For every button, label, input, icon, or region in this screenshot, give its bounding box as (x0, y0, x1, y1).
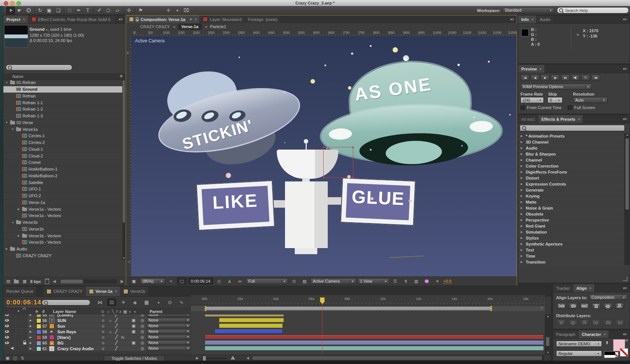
project-item[interactable]: Circles-1 (3, 133, 122, 139)
layer-duration-bar[interactable] (205, 346, 544, 351)
solo-toggle[interactable] (16, 324, 21, 328)
fx-switch[interactable]: fx (121, 334, 124, 340)
skip-dropdown[interactable]: 0▼ (548, 97, 562, 103)
selection-rectangle[interactable] (323, 147, 353, 178)
pixel-aspect-icon[interactable]: ☰ (391, 278, 400, 285)
align-top-button[interactable] (592, 303, 601, 309)
pen-tool-icon[interactable]: ✒ (74, 7, 83, 14)
effects-category[interactable]: ▶Matte (518, 199, 624, 205)
grid-options-icon[interactable]: ▣ (129, 277, 139, 285)
expander-icon[interactable]: ▶ (520, 141, 524, 144)
tab-paragraph[interactable]: Paragraph (553, 330, 579, 338)
resolution-dropdown[interactable]: Full▼ (246, 278, 288, 284)
lock-toggle[interactable] (22, 340, 27, 345)
marker-bin-icon[interactable]: ▽ (540, 306, 543, 310)
project-hscrollbar[interactable] (60, 279, 117, 284)
effects-category[interactable]: ▶Keying (518, 193, 624, 199)
layer-name[interactable]: BG (57, 340, 64, 346)
tab-align[interactable]: Align× (573, 284, 595, 292)
close-icon[interactable]: × (531, 18, 533, 21)
layer-name[interactable]: [Comet] (57, 315, 73, 318)
layer-expander-icon[interactable]: ▶ (30, 323, 32, 329)
layer-expander-icon[interactable]: ▶ (30, 334, 32, 340)
expander-icon[interactable]: ▶ (520, 261, 524, 264)
project-item[interactable]: Verse1a - Vectors (3, 213, 122, 219)
timeline-hscrollbar[interactable] (252, 356, 544, 360)
threed-switch[interactable]: ▣ (132, 318, 135, 323)
collapse-switch[interactable]: ☼ (108, 318, 112, 323)
workspace-move-icon[interactable]: ✛ (164, 7, 173, 14)
layer-duration-bar[interactable] (219, 324, 283, 328)
expander-icon[interactable]: ▶ (520, 147, 524, 150)
layer-row[interactable]: ▶55[Comet]⊙╱◎None▼ (3, 315, 193, 318)
project-item[interactable]: ▼Verse1a (3, 126, 122, 133)
align-to-dropdown[interactable]: Composition▼ (589, 294, 627, 300)
expander-icon[interactable]: ▶ (520, 219, 524, 222)
effects-category[interactable]: ▶Transition (518, 259, 624, 265)
frame-rate-dropdown[interactable]: (24)▼ (520, 97, 544, 103)
eye-toggle[interactable] (4, 335, 9, 339)
pan-behind-tool-icon[interactable]: ❏ (54, 7, 63, 14)
zoom-out-mountain-icon[interactable] (195, 357, 198, 359)
panel-menu-icon[interactable]: ▾≡ (507, 15, 517, 23)
layer-name[interactable]: Sun Rays (57, 329, 76, 334)
expander-icon[interactable]: ▶ (520, 159, 524, 162)
parent-dropdown[interactable]: None▼ (147, 346, 191, 351)
expander-icon[interactable]: ▶ (520, 171, 524, 174)
project-item[interactable]: UFO-2 (3, 193, 122, 199)
layer-expander-icon[interactable]: ▶ (30, 318, 32, 323)
layer-label-chip[interactable] (36, 335, 41, 340)
scroll-left-icon[interactable]: ◀ (53, 279, 56, 284)
eye-toggle[interactable] (4, 346, 9, 351)
project-item[interactable]: UFO-1 (3, 186, 122, 193)
scroll-left-icon[interactable]: ◀ (246, 356, 249, 360)
expander-icon[interactable]: ▶ (520, 165, 524, 168)
expander-icon[interactable]: ▶ (520, 153, 524, 156)
layer-expander-icon[interactable]: ▶ (30, 340, 32, 346)
layer-name[interactable]: Sun (57, 323, 65, 329)
parent-dropdown[interactable]: None▼ (147, 335, 191, 339)
project-item[interactable]: Refrain 1-3 (3, 113, 122, 120)
chevron-down-icon[interactable]: ▼ (45, 28, 48, 31)
layer-row[interactable]: ▶60aBG⊙╱▣◎None▼ (3, 340, 193, 346)
effects-category[interactable]: ▶Stylize (518, 235, 624, 241)
roto-pin-tool-icon[interactable]: ⚑ (136, 7, 145, 14)
timeline-zoom-slider[interactable] (201, 358, 228, 359)
graph-editor-icon[interactable]: ∿ (177, 298, 186, 306)
layer-label-chip[interactable] (36, 341, 41, 346)
prev-frame-icon[interactable]: ◀| (531, 75, 539, 81)
magnification-dropdown[interactable]: (85%)▼ (140, 278, 165, 284)
project-item[interactable]: ▶Audio (3, 246, 122, 253)
layer-row[interactable]: ▶59[Stars]⊙╱fx◎None▼ (3, 334, 193, 340)
new-folder-icon[interactable] (14, 280, 19, 283)
audio-toggle[interactable] (10, 318, 15, 322)
tab-preview[interactable]: Preview× (518, 65, 545, 73)
shy-switch[interactable]: ⊙ (102, 329, 105, 334)
expander-icon[interactable]: ▼ (11, 221, 15, 224)
layer-track[interactable] (191, 315, 545, 318)
rectangle-tool-icon[interactable]: □ (65, 7, 74, 14)
first-frame-icon[interactable]: |◀ (520, 75, 529, 81)
time-ruler[interactable]: 00s02s04s06s08s10s12s14s16s18s (191, 295, 545, 305)
puppet-pin-tool-icon[interactable]: ✣ (124, 7, 134, 14)
collapse-switch[interactable]: ☼ (108, 329, 112, 334)
timeline-vscrollbar[interactable]: ▲ ▼ (545, 315, 550, 354)
motion-blur-icon[interactable]: ▦ (142, 298, 151, 306)
tab-project[interactable]: Project× (3, 15, 28, 23)
close-icon[interactable]: × (540, 67, 542, 71)
effects-category[interactable]: ▶Text (518, 247, 624, 253)
project-search-input[interactable] (6, 64, 72, 70)
layer-label-chip[interactable] (36, 346, 41, 351)
shy-switch[interactable]: ⊙ (102, 340, 105, 346)
project-item[interactable]: ▼Verse1b (3, 219, 122, 226)
align-bottom-button[interactable] (615, 303, 624, 309)
expander-icon[interactable]: ▶ (520, 135, 524, 138)
parent-dropdown[interactable]: None▼ (147, 329, 191, 334)
brush-tool-icon[interactable]: ✐ (95, 7, 104, 14)
solo-toggle[interactable] (16, 329, 21, 334)
expander-icon[interactable]: ▶ (520, 213, 524, 216)
workspace-snap-icon[interactable]: ⌧ (182, 7, 191, 14)
layer-expander-icon[interactable]: ▶ (30, 315, 32, 318)
effects-category[interactable]: ▶Generate (518, 187, 624, 193)
project-item[interactable]: ▶Verse1a - Vectors (3, 206, 122, 213)
